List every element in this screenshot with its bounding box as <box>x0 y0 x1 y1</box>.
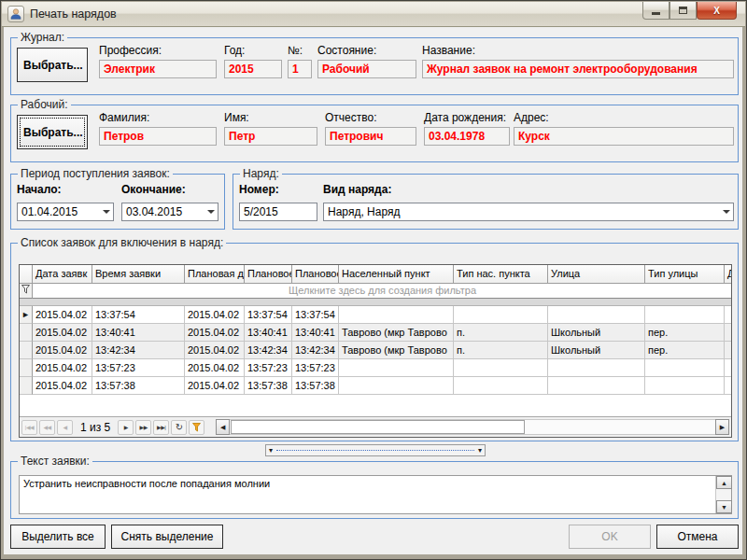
chevron-down-icon[interactable] <box>204 210 218 214</box>
grid-cell[interactable] <box>725 324 732 342</box>
grid-cell[interactable] <box>645 377 725 395</box>
period-end-combo[interactable]: 03.04.2015 <box>121 203 218 221</box>
grid-cell[interactable] <box>454 359 548 377</box>
grid-cell[interactable]: 2015.04.02 <box>33 324 92 342</box>
minimize-button[interactable] <box>642 2 669 20</box>
hscrollbar-track[interactable] <box>230 419 715 435</box>
column-header[interactable]: Дата заявк <box>33 265 92 284</box>
grid-cell[interactable]: пер. <box>645 342 725 359</box>
grid-cell[interactable]: 2015.04.02 <box>185 377 245 395</box>
table-row[interactable]: 2015.04.0213:57:232015.04.0213:57:2313:5… <box>20 359 731 377</box>
vscrollbar-track[interactable] <box>716 489 731 500</box>
grid-cell[interactable] <box>454 377 548 395</box>
order-number-input[interactable]: 5/2015 <box>239 203 317 221</box>
grid-cell[interactable]: 2015.04.02 <box>185 306 245 324</box>
grid-cell[interactable]: Школьный <box>548 324 645 342</box>
grid-cell[interactable] <box>339 306 454 324</box>
scroll-up-icon[interactable]: ▲ <box>716 476 732 489</box>
column-header[interactable]: До <box>725 265 732 284</box>
nav-prev-button[interactable]: ◀ <box>57 420 73 435</box>
column-header[interactable]: Плановая д <box>185 265 245 284</box>
filter-funnel-button[interactable] <box>189 420 204 435</box>
vertical-scrollbar[interactable]: ▲ ▼ <box>715 476 731 513</box>
grid-cell[interactable] <box>548 359 645 377</box>
period-start-combo[interactable]: 01.04.2015 <box>17 203 114 221</box>
scroll-down-icon[interactable]: ▼ <box>716 500 732 513</box>
grid-cell[interactable]: 13:40:41 <box>92 324 185 342</box>
grid-cell[interactable] <box>725 377 732 395</box>
grid-cell[interactable] <box>725 306 732 324</box>
table-row[interactable]: 2015.04.0213:42:342015.04.0213:42:3413:4… <box>20 342 731 359</box>
column-header[interactable]: Плановое <box>245 265 292 284</box>
grid-cell[interactable] <box>548 306 645 324</box>
grid-cell[interactable]: 13:42:34 <box>92 342 185 359</box>
hscrollbar-thumb[interactable] <box>231 420 525 434</box>
grid-cell[interactable]: 13:57:23 <box>292 359 339 377</box>
table-row[interactable]: 2015.04.0213:40:412015.04.0213:40:4113:4… <box>20 324 731 342</box>
grid-cell[interactable]: 13:57:23 <box>92 359 185 377</box>
grid-cell[interactable] <box>725 342 732 359</box>
column-header[interactable]: Населенный пункт <box>339 265 454 284</box>
row-selector[interactable] <box>20 324 33 342</box>
titlebar[interactable]: Печать нарядов X <box>2 2 745 27</box>
chevron-down-icon[interactable] <box>99 210 113 214</box>
grid-cell[interactable]: Таврово (мкр Таврово <box>339 342 454 359</box>
nav-prev-page-button[interactable]: ◀◀ <box>39 420 55 435</box>
grid-cell[interactable]: 13:37:54 <box>245 306 292 324</box>
scroll-left-icon[interactable]: ◀ <box>216 419 230 435</box>
grid-cell[interactable]: Школьный <box>548 342 645 359</box>
table-row[interactable]: ►2015.04.0213:37:542015.04.0213:37:5413:… <box>20 306 731 324</box>
grid-cell[interactable] <box>725 359 732 377</box>
grid-cell[interactable]: 13:40:41 <box>245 324 292 342</box>
grid-cell[interactable]: 2015.04.02 <box>185 359 245 377</box>
grid-cell[interactable] <box>548 377 645 395</box>
grid-cell[interactable] <box>454 306 548 324</box>
request-text-area[interactable]: Устранить неисправности после попадания … <box>19 475 732 514</box>
maximize-button[interactable] <box>669 2 697 20</box>
chevron-down-icon[interactable] <box>719 210 733 214</box>
grid-cell[interactable]: 2015.04.02 <box>33 359 92 377</box>
cancel-button[interactable]: Отмена <box>656 525 739 549</box>
row-selector[interactable] <box>20 342 33 359</box>
grid-cell[interactable]: Таврово (мкр Таврово <box>339 324 454 342</box>
grid-cell[interactable]: 2015.04.02 <box>33 377 92 395</box>
row-selector[interactable] <box>20 377 33 395</box>
grid-cell[interactable]: 13:57:38 <box>92 377 185 395</box>
grid-cell[interactable]: пер. <box>645 324 725 342</box>
current-row-indicator[interactable]: ► <box>20 306 33 324</box>
grid-cell[interactable] <box>645 359 725 377</box>
nav-next-page-button[interactable]: ▶▶ <box>135 420 151 435</box>
grid-cell[interactable]: 13:42:34 <box>245 342 292 359</box>
column-header[interactable]: Время заявки <box>92 265 185 284</box>
grid-cell[interactable]: п. <box>454 324 548 342</box>
scroll-right-icon[interactable]: ▶ <box>715 419 729 435</box>
deselect-all-button[interactable]: Снять выделение <box>111 525 223 549</box>
grid-cell[interactable]: 13:42:34 <box>292 342 339 359</box>
nav-refresh-button[interactable]: ↻ <box>171 420 187 435</box>
grid-cell[interactable] <box>339 359 454 377</box>
grid-cell[interactable]: 2015.04.02 <box>185 342 245 359</box>
grid-cell[interactable] <box>645 306 725 324</box>
filter-row[interactable]: Щелкните здесь для создания фильтра <box>20 284 731 299</box>
horizontal-scrollbar[interactable]: ◀ ▶ <box>216 419 729 435</box>
grid-cell[interactable]: 13:40:41 <box>292 324 339 342</box>
table-row[interactable]: 2015.04.0213:57:382015.04.0213:57:3813:5… <box>20 377 731 395</box>
close-button[interactable]: X <box>697 2 737 20</box>
grid-cell[interactable]: 13:57:23 <box>245 359 292 377</box>
select-all-button[interactable]: Выделить все <box>10 525 106 549</box>
filter-funnel-icon[interactable] <box>20 284 33 299</box>
grid-cell[interactable]: 2015.04.02 <box>33 306 92 324</box>
grid-cell[interactable]: 2015.04.02 <box>185 324 245 342</box>
grid-cell[interactable]: 2015.04.02 <box>33 342 92 359</box>
requests-grid[interactable]: Дата заявкВремя заявкиПлановая дПлановое… <box>19 264 732 438</box>
column-header[interactable]: Улица <box>548 265 645 284</box>
nav-first-button[interactable]: |◀◀ <box>21 420 37 435</box>
row-selector[interactable] <box>20 359 33 377</box>
nav-next-button[interactable]: ▶ <box>118 420 134 435</box>
grid-collapse-splitter[interactable]: ▾ ▾ <box>265 444 486 456</box>
nav-last-button[interactable]: ▶▶| <box>153 420 169 435</box>
column-header[interactable]: Тип улицы <box>645 265 725 284</box>
column-header[interactable]: Плановое <box>292 265 339 284</box>
grid-cell[interactable]: 13:37:54 <box>92 306 185 324</box>
order-kind-combo[interactable]: Наряд, Наряд <box>323 203 734 221</box>
